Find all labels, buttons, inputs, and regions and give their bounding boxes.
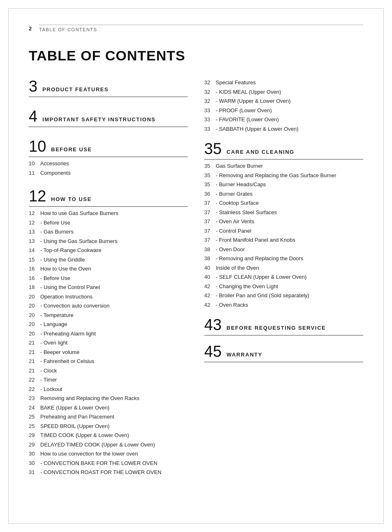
toc-entry: 16 - Before Use [29,274,188,282]
toc-entry: 20 - Convection auto conversion [29,302,188,310]
toc-entry: 42 - Broiler Pan and Grid (Sold separate… [204,291,363,300]
page-number-top: 2 [29,25,32,32]
toc-entry: 32 - WARM (Upper & Lower Oven) [204,97,363,105]
toc-entry: 33 - PROOF (Lower Oven) [204,106,363,115]
toc-entry: 13 - Gas Burners [29,228,188,236]
section-title-3: PRODUCT FEATURES [42,86,108,94]
toc-entry: 37 - Stainless Steel Surfaces [204,208,363,217]
toc-entry: 35 Gas Surface Burner [204,162,363,170]
toc-entry: 37 - Front Manifold Panel and Knobs [204,236,363,244]
toc-entry: 14 - Top-of-Range Cookware [29,246,188,254]
toc-entry: 11 Components [29,169,188,177]
toc-columns: 3 PRODUCT FEATURES 4 IMPORTANT SAFETY IN… [29,79,363,478]
page-header-label: TABLE OF CONTENTS [39,25,363,32]
section-num-12: 12 [29,188,46,204]
section-title-4: IMPORTANT SAFETY INSTRUCTIONS [42,116,156,124]
page-header: 2 TABLE OF CONTENTS [29,25,363,35]
section-how-to-use: 12 HOW TO USE [29,188,188,207]
section-before-service: 43 BEFORE REQUESTING SERVICE [204,317,363,335]
toc-entry: 25 Preheating and Pan Placement [29,413,188,421]
toc-entry: 37 - Oven Air Vents [204,217,363,226]
section-num-43: 43 [204,317,221,333]
toc-entry: 40 - SELF CLEAN (Upper & Lower Oven) [204,273,363,281]
toc-entry: 20 Operation Instructions [29,293,188,301]
toc-entry: 37 - Cooktop Surface [204,199,363,207]
section-title-43: BEFORE REQUESTING SERVICE [226,325,326,333]
toc-entry: 30 - CONVECTION BAKE FOR THE LOWER OVEN [29,459,188,467]
toc-entry: 15 - Using the Griddle [29,256,188,264]
toc-entry: 13 - Using the Gas Surface Burners [29,237,188,245]
toc-entry: 22 - Timer [29,376,188,384]
toc-entry: 33 - FAVORITE (Lower Oven) [204,116,363,124]
toc-entry: 21 - Clock [29,367,188,375]
section-warranty: 45 WARRANTY [204,344,363,362]
section-product-features: 3 PRODUCT FEATURES [29,79,188,97]
section-num-4: 4 [29,109,37,124]
col-right: 32 Special Features 32 - KIDS MEAL (Uppe… [204,79,363,478]
toc-entry: 18 - Using the Control Panel [29,283,188,291]
toc-entry: 20 - Temperature [29,311,188,319]
toc-entry: 30 How to use convection for the lower o… [29,450,188,458]
toc-entry: 21 - Beeper volume [29,348,188,356]
toc-entry: 38 - Removing and Replacing the Doors [204,254,363,263]
toc-entry: 29 TIMED COOK (Upper & Lower Oven) [29,431,188,439]
toc-entry: 42 - Oven Racks [204,301,363,309]
col-left: 3 PRODUCT FEATURES 4 IMPORTANT SAFETY IN… [29,79,188,478]
main-title: TABLE OF CONTENTS [29,48,363,64]
toc-entry: 38 - Oven Door [204,245,363,254]
toc-entry: 25 SPEED BROIL (Upper Oven) [29,422,188,430]
toc-entry: 33 - SABBATH (Upper & Lower Oven) [204,125,363,133]
toc-entry: 21 - Fahrenheit or Celsius [29,357,188,365]
section-title-10: BEFORE USE [51,146,92,154]
toc-entry: 31 - CONVECTION ROAST FOR THE LOWER OVEN [29,468,188,476]
toc-entry: 36 - Burner Grates [204,190,363,198]
section-title-12: HOW TO USE [51,196,92,204]
toc-entry: 21 - Oven light [29,339,188,347]
toc-entry: 20 - Language [29,320,188,328]
toc-entry: 20 - Preheating Alarm light [29,330,188,338]
toc-entry: 23 Removing and Replacing the Oven Racks [29,394,188,402]
section-before-use: 10 BEFORE USE [29,139,188,157]
section-title-35: CARE AND CLEANING [226,149,294,157]
section-num-3: 3 [29,79,37,94]
toc-entry: 40 Inside of the Oven [204,264,363,272]
toc-entry: 32 Special Features [204,79,363,87]
toc-entry: 12 - Before Use [29,219,188,227]
toc-entry: 37 - Control Panel [204,227,363,235]
toc-entry: 32 - KIDS MEAL (Upper Oven) [204,88,363,96]
section-num-45: 45 [204,344,221,359]
toc-entry: 22 - Lockout [29,385,188,393]
toc-entry: 29 DELAYED TIMED COOK (Upper & Lower Ove… [29,441,188,449]
toc-entry: 10 Accessories [29,160,188,168]
section-safety: 4 IMPORTANT SAFETY INSTRUCTIONS [29,109,188,127]
toc-entry: 12 How to use Gas Surface Burners [29,209,188,217]
toc-entry: 35 - Burner Heads/Caps [204,180,363,189]
section-num-10: 10 [29,139,46,154]
section-care-cleaning: 35 CARE AND CLEANING [204,141,363,160]
toc-entry: 42 - Changing the Oven Light [204,282,363,291]
toc-entry: 35 - Removing and Replacing the Gas Surf… [204,171,363,180]
toc-entry: 16 How to Use the Oven [29,265,188,273]
section-num-35: 35 [204,141,221,157]
section-title-45: WARRANTY [226,352,262,359]
toc-entry: 24 BAKE (Upper & Lower Oven) [29,404,188,412]
